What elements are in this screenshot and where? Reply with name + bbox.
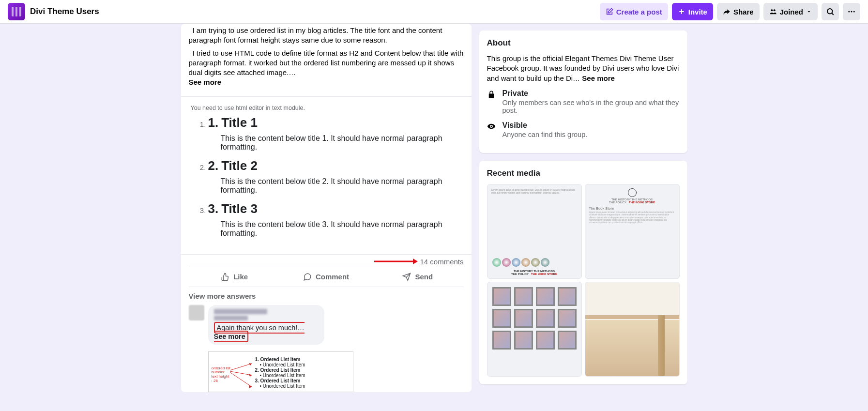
about-card: About This group is the official Elegant… xyxy=(479,30,687,153)
recent-media-heading: Recent media xyxy=(487,168,680,178)
comments-count-row: 14 comments xyxy=(181,254,472,267)
more-button[interactable] xyxy=(843,3,860,20)
group-logo[interactable] xyxy=(8,3,25,20)
media-thumbnail[interactable] xyxy=(585,282,680,377)
chevron-down-icon xyxy=(806,9,812,15)
dots-icon xyxy=(847,7,856,16)
see-more-link[interactable]: See more xyxy=(214,333,245,340)
post-body: I am trying to use ordered list in my bl… xyxy=(181,24,472,96)
comment-icon xyxy=(303,273,312,281)
see-more-link[interactable]: See more xyxy=(189,78,222,86)
comment-row: Again thank you so much!… See more xyxy=(181,303,472,349)
list-item: 2.Title 2 This is the content below titl… xyxy=(208,158,464,195)
plus-icon xyxy=(678,8,685,15)
comment-bubble: Again thank you so much!… See more xyxy=(208,305,324,345)
share-icon xyxy=(723,8,731,15)
share-button[interactable]: Share xyxy=(717,3,760,20)
comment-button[interactable]: Comment xyxy=(280,267,372,287)
joined-label: Joined xyxy=(780,8,803,16)
post-paragraph: I am trying to use ordered list in my bl… xyxy=(189,26,464,46)
about-text: This group is the official Elegant Theme… xyxy=(487,54,680,83)
create-post-button[interactable]: Create a post xyxy=(600,3,668,20)
post-attachment: You need to use html editor in text modu… xyxy=(181,96,472,254)
send-icon xyxy=(402,273,411,281)
comment-text-highlighted: Again thank you so much!… See more xyxy=(214,322,305,342)
svg-line-7 xyxy=(230,364,252,370)
eye-icon xyxy=(487,122,497,133)
invite-button[interactable]: Invite xyxy=(672,3,713,20)
share-label: Share xyxy=(733,8,754,16)
lock-icon xyxy=(487,90,497,101)
visibility-row: Visible Anyone can find this group. xyxy=(487,121,680,138)
media-thumbnail[interactable] xyxy=(487,282,582,377)
top-bar: Divi Theme Users Create a post Invite Sh… xyxy=(0,0,868,24)
invite-label: Invite xyxy=(688,8,707,16)
group-icon xyxy=(769,8,777,15)
joined-button[interactable]: Joined xyxy=(763,3,818,20)
search-button[interactable] xyxy=(822,3,839,20)
media-grid: Lorem ipsum dolor sit amet consectetur. … xyxy=(487,184,680,377)
list-item: 1.Title 1 This is the content below titl… xyxy=(208,115,464,152)
svg-point-4 xyxy=(851,11,853,13)
post-card: I am trying to use ordered list in my bl… xyxy=(181,24,472,392)
commenter-sub-redacted xyxy=(214,316,248,320)
annotation-arrows-icon xyxy=(230,361,254,392)
list-item: 3.Title 3 This is the content below titl… xyxy=(208,201,464,238)
create-post-label: Create a post xyxy=(616,8,662,16)
like-button[interactable]: Like xyxy=(189,267,280,287)
ordered-list-preview: 1.Title 1 This is the content below titl… xyxy=(189,115,464,238)
post-paragraph: I tried to use HTML code to define title… xyxy=(189,48,464,88)
svg-point-3 xyxy=(848,11,850,13)
privacy-row: Private Only members can see who's in th… xyxy=(487,89,680,114)
svg-point-5 xyxy=(853,11,855,13)
edit-icon xyxy=(606,8,613,15)
group-title[interactable]: Divi Theme Users xyxy=(30,7,99,16)
view-more-answers[interactable]: View more answers xyxy=(181,287,472,303)
send-button[interactable]: Send xyxy=(372,267,463,287)
comments-count[interactable]: 14 comments xyxy=(420,258,463,266)
comment-attached-image[interactable]: ordered list number text height : 26 1. … xyxy=(208,351,353,392)
about-heading: About xyxy=(487,38,680,48)
commenter-avatar[interactable] xyxy=(189,305,204,320)
like-icon xyxy=(221,273,229,281)
annotation-label: ordered list number text height : 26 xyxy=(212,366,231,383)
svg-point-2 xyxy=(827,9,833,14)
svg-point-0 xyxy=(771,9,773,11)
media-thumbnail[interactable]: Lorem ipsum dolor sit amet consectetur. … xyxy=(487,184,582,279)
see-more-link[interactable]: See more xyxy=(582,74,615,82)
media-thumbnail[interactable]: THE HISTORY THE METHODSTHE POLICY THE BO… xyxy=(585,184,680,279)
search-icon xyxy=(826,7,835,16)
recent-media-card: Recent media Lorem ipsum dolor sit amet … xyxy=(479,161,687,384)
annotation-arrow-icon xyxy=(374,258,418,265)
post-actions: Like Comment Send xyxy=(189,267,464,287)
commenter-name-redacted xyxy=(214,309,267,314)
svg-point-1 xyxy=(773,9,775,11)
attachment-hint: You need to use html editor in text modu… xyxy=(191,105,464,111)
